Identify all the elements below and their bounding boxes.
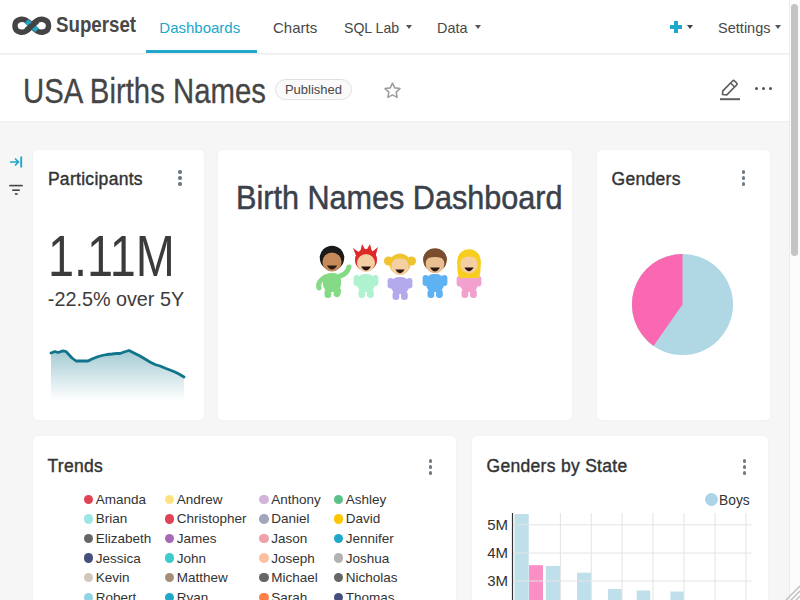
svg-text:4M: 4M (487, 544, 508, 561)
svg-text:3M: 3M (487, 572, 508, 589)
svg-text:5M: 5M (487, 516, 508, 533)
